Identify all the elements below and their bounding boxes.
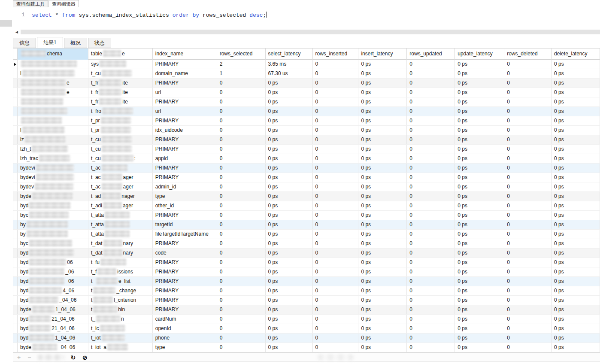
cell-select_latency[interactable]: 0 ps — [266, 126, 313, 135]
cell-insert_latency[interactable]: 0 ps — [358, 192, 407, 201]
cell-insert_latency[interactable]: 0 ps — [358, 334, 407, 343]
column-header-rows_inserted[interactable]: rows_inserted — [313, 49, 359, 60]
row-gutter[interactable] — [13, 88, 18, 97]
cell-rows_deleted[interactable]: 0 — [504, 145, 552, 154]
table-row[interactable]: lt_cudomain_name167.30 us00 ps00 ps00 ps — [13, 69, 600, 79]
row-gutter[interactable] — [13, 116, 18, 125]
cell-index-name[interactable]: PRIMARY — [153, 239, 217, 248]
cell-delete_latency[interactable]: 0 ps — [552, 79, 600, 88]
cell-table-schema[interactable]: lz — [18, 135, 88, 144]
cell-rows_selected[interactable]: 0 — [217, 277, 266, 286]
cell-insert_latency[interactable]: 0 ps — [358, 315, 407, 324]
cell-table-schema[interactable]: byd — [18, 201, 88, 210]
cell-rows_deleted[interactable]: 0 — [504, 286, 552, 295]
cell-index-name[interactable]: code — [153, 249, 217, 258]
cell-rows_deleted[interactable]: 0 — [504, 324, 552, 333]
cell-rows_selected[interactable]: 0 — [217, 324, 266, 333]
cell-rows_inserted[interactable]: 0 — [313, 201, 359, 210]
cell-table-name[interactable]: t_acager — [88, 182, 153, 191]
cell-insert_latency[interactable]: 0 ps — [358, 267, 407, 276]
cell-table-name[interactable]: t_cu: — [88, 154, 153, 163]
row-gutter[interactable] — [13, 239, 18, 248]
cell-rows_selected[interactable]: 0 — [217, 135, 266, 144]
table-row[interactable]: byd_04_06tl_criterionPRIMARY00 ps00 ps00… — [13, 296, 600, 305]
cell-insert_latency[interactable]: 0 ps — [358, 211, 407, 220]
cell-select_latency[interactable]: 0 ps — [266, 88, 313, 97]
cell-insert_latency[interactable]: 0 ps — [358, 173, 407, 182]
cell-insert_latency[interactable]: 0 ps — [358, 277, 407, 286]
cell-delete_latency[interactable]: 0 ps — [552, 258, 600, 267]
cell-select_latency[interactable]: 0 ps — [266, 192, 313, 201]
cell-update_latency[interactable]: 0 ps — [455, 343, 504, 352]
row-gutter[interactable] — [13, 267, 18, 276]
cell-index-name[interactable]: openId — [153, 324, 217, 333]
cell-rows_deleted[interactable]: 0 — [504, 220, 552, 229]
cell-rows_selected[interactable]: 0 — [217, 145, 266, 154]
cell-table-name[interactable]: t_cu — [88, 135, 153, 144]
cell-rows_updated[interactable]: 0 — [407, 145, 455, 154]
cell-insert_latency[interactable]: 0 ps — [358, 249, 407, 258]
refresh-button[interactable]: ↻ — [70, 354, 76, 361]
cell-table-schema[interactable]: byd — [18, 249, 88, 258]
cell-table-schema[interactable] — [18, 116, 88, 125]
cell-rows_selected[interactable]: 2 — [217, 60, 266, 69]
cell-select_latency[interactable]: 0 ps — [266, 145, 313, 154]
row-gutter[interactable] — [13, 154, 18, 163]
cell-update_latency[interactable]: 0 ps — [455, 315, 504, 324]
cell-rows_deleted[interactable]: 0 — [504, 305, 552, 314]
cell-rows_selected[interactable]: 0 — [217, 239, 266, 248]
table-row[interactable]: byd_06t_fissionsPRIMARY00 ps00 ps00 ps00… — [13, 267, 600, 277]
cell-index-name[interactable]: PRIMARY — [153, 258, 217, 267]
cell-rows_updated[interactable]: 0 — [407, 79, 455, 88]
cell-select_latency[interactable]: 0 ps — [266, 277, 313, 286]
cell-table-schema[interactable]: byc — [18, 211, 88, 220]
cell-rows_deleted[interactable]: 0 — [504, 182, 552, 191]
cell-rows_updated[interactable]: 0 — [407, 343, 455, 352]
cell-select_latency[interactable]: 0 ps — [266, 267, 313, 276]
cell-rows_selected[interactable]: 0 — [217, 258, 266, 267]
cell-index-name[interactable]: PRIMARY — [153, 305, 217, 314]
cell-rows_selected[interactable]: 0 — [217, 211, 266, 220]
row-gutter[interactable] — [13, 69, 18, 78]
cell-rows_deleted[interactable]: 0 — [504, 239, 552, 248]
table-row[interactable]: bydevit_acPRIMARY00 ps00 ps00 ps00 ps — [13, 164, 600, 173]
cell-table-name[interactable]: t_atta — [88, 211, 153, 220]
cell-table-schema[interactable]: byde_04_06 — [18, 343, 88, 352]
cell-table-schema[interactable]: byc — [18, 239, 88, 248]
cell-table-schema[interactable] — [18, 60, 88, 69]
row-gutter[interactable] — [13, 249, 18, 258]
cell-index-name[interactable]: other_id — [153, 201, 217, 210]
cell-rows_inserted[interactable]: 0 — [313, 296, 359, 305]
cell-rows_inserted[interactable]: 0 — [313, 60, 359, 69]
cell-table-schema[interactable]: by — [18, 220, 88, 229]
cell-delete_latency[interactable]: 0 ps — [552, 305, 600, 314]
cell-select_latency[interactable]: 0 ps — [266, 230, 313, 239]
cell-table-name[interactable]: thin — [88, 305, 153, 314]
cell-index-name[interactable]: PRIMARY — [153, 211, 217, 220]
cell-delete_latency[interactable]: 0 ps — [552, 296, 600, 305]
cell-rows_updated[interactable]: 0 — [407, 277, 455, 286]
stop-button[interactable]: ⊘ — [82, 354, 88, 361]
cell-delete_latency[interactable]: 0 ps — [552, 145, 600, 154]
cell-select_latency[interactable]: 0 ps — [266, 116, 313, 125]
cell-table-name[interactable]: t_ac — [88, 164, 153, 173]
table-row[interactable]: byd4_06t_changePRIMARY00 ps00 ps00 ps00 … — [13, 286, 600, 296]
cell-update_latency[interactable]: 0 ps — [455, 201, 504, 210]
cell-delete_latency[interactable]: 0 ps — [552, 154, 600, 163]
cell-rows_deleted[interactable]: 0 — [504, 343, 552, 352]
cell-table-name[interactable]: t_cu — [88, 145, 153, 154]
table-row[interactable]: byd06t_fuPRIMARY00 ps00 ps00 ps00 ps — [13, 258, 600, 267]
cell-rows_selected[interactable]: 0 — [217, 230, 266, 239]
row-gutter[interactable] — [13, 79, 18, 88]
cell-rows_updated[interactable]: 0 — [407, 116, 455, 125]
cell-rows_selected[interactable]: 0 — [217, 79, 266, 88]
cell-select_latency[interactable]: 0 ps — [266, 211, 313, 220]
row-gutter[interactable] — [13, 258, 18, 267]
cell-table-name[interactable]: tl_criterion — [88, 296, 153, 305]
cell-index-name[interactable]: appid — [153, 154, 217, 163]
cell-table-name[interactable]: t_atta — [88, 230, 153, 239]
cell-select_latency[interactable]: 0 ps — [266, 182, 313, 191]
table-row[interactable]: lzt_cuPRIMARY00 ps00 ps00 ps00 ps — [13, 135, 600, 145]
row-gutter[interactable] — [13, 126, 18, 135]
editor-horizontal-scrollbar[interactable]: ◄ — [13, 29, 600, 35]
